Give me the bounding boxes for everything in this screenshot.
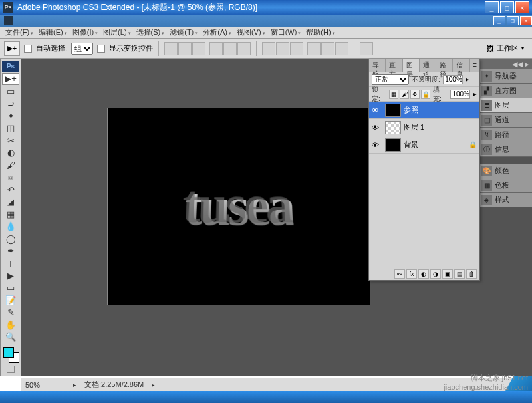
panel-menu-icon[interactable]: ≡	[470, 59, 479, 72]
link-layers-icon[interactable]: ⚯	[394, 269, 405, 279]
new-group-icon[interactable]: ▣	[442, 269, 453, 279]
eraser-tool[interactable]: ◢	[2, 196, 19, 207]
dodge-tool[interactable]: ◯	[2, 233, 19, 245]
layer-name[interactable]: 图层 1	[404, 122, 479, 132]
distribute-btn[interactable]	[307, 42, 321, 55]
menu-window[interactable]: 窗口(W)	[268, 27, 304, 37]
align-btn[interactable]	[192, 42, 205, 55]
doc-restore-button[interactable]: ❐	[507, 16, 519, 25]
arrange-btn[interactable]	[360, 42, 373, 55]
dock-layers[interactable]: ≣图层	[479, 98, 532, 113]
menu-help[interactable]: 帮助(H)	[303, 27, 337, 37]
zoom-arrow-icon[interactable]: ▸	[73, 382, 76, 388]
dock-color[interactable]: 🎨颜色	[479, 164, 532, 178]
dock-swatches[interactable]: ▦色板	[479, 178, 532, 193]
menu-filter[interactable]: 滤镜(T)	[167, 27, 200, 37]
align-btn[interactable]	[223, 42, 237, 55]
visibility-toggle[interactable]: 👁	[369, 119, 382, 136]
menu-layer[interactable]: 图层(L)	[100, 27, 133, 37]
path-select-tool[interactable]: ▶	[2, 269, 19, 281]
layer-thumbnail[interactable]	[385, 121, 401, 134]
dock-channels[interactable]: ◫通道	[479, 113, 532, 128]
dock-navigator[interactable]: ✦导航器	[479, 69, 532, 84]
doc-info[interactable]: 文档:2.25M/2.86M	[84, 380, 144, 390]
menu-view[interactable]: 视图(V)	[234, 27, 268, 37]
slice-tool[interactable]: ✂	[2, 134, 19, 146]
doc-info-arrow-icon[interactable]: ▸	[152, 382, 155, 388]
dock-collapse-bar[interactable]: ◀◀▸	[479, 59, 532, 69]
menu-select[interactable]: 选择(S)	[134, 27, 168, 37]
marquee-tool[interactable]: ▭	[2, 85, 19, 97]
menu-analysis[interactable]: 分析(A)	[200, 27, 234, 37]
lock-all-icon[interactable]: 🔒	[421, 90, 430, 99]
document-canvas[interactable]: tusea	[108, 108, 370, 305]
heal-tool[interactable]: ◐	[2, 147, 19, 159]
fill-arrow-icon[interactable]: ▸	[473, 90, 477, 98]
foreground-color-swatch[interactable]	[3, 347, 14, 358]
distribute-btn[interactable]	[290, 42, 303, 55]
lasso-tool[interactable]: ⊃	[2, 98, 19, 110]
tab-paths[interactable]: 路径	[436, 59, 453, 72]
dock-styles[interactable]: ◈样式	[479, 193, 532, 207]
layer-name[interactable]: 参照	[404, 105, 479, 115]
align-btn[interactable]	[209, 42, 223, 55]
crop-tool[interactable]: ◫	[2, 122, 19, 134]
layer-row[interactable]: 👁 背景 🔒	[369, 136, 479, 154]
lock-position-icon[interactable]: ✥	[410, 90, 420, 99]
pen-tool[interactable]: ✒	[2, 245, 19, 257]
move-tool[interactable]: ▶+	[2, 73, 19, 86]
color-swatches[interactable]	[2, 346, 19, 364]
visibility-toggle[interactable]: 👁	[369, 102, 382, 118]
eyedropper-tool[interactable]: ✎	[2, 307, 19, 319]
layer-mask-icon[interactable]: ◐	[418, 269, 429, 279]
doc-minimize-button[interactable]: _	[493, 16, 505, 25]
layer-name[interactable]: 背景	[404, 140, 469, 150]
menu-image[interactable]: 图像(I)	[70, 27, 100, 37]
maximize-button[interactable]: □	[500, 1, 514, 13]
visibility-toggle[interactable]: 👁	[369, 136, 382, 153]
notes-tool[interactable]: 📝	[2, 294, 19, 306]
stamp-tool[interactable]: ⧈	[2, 172, 19, 184]
menu-edit[interactable]: 编辑(E)	[36, 27, 70, 37]
close-button[interactable]: ✕	[515, 1, 529, 13]
windows-taskbar[interactable]	[0, 391, 532, 403]
layer-row[interactable]: 👁 图层 1	[369, 119, 479, 136]
brush-tool[interactable]: 🖌	[2, 159, 19, 171]
layer-row[interactable]: 👁 参照	[369, 102, 479, 119]
type-tool[interactable]: T	[2, 257, 19, 269]
menu-file[interactable]: 文件(F)	[3, 27, 36, 37]
doc-close-button[interactable]: ✕	[520, 16, 532, 25]
align-btn[interactable]	[178, 42, 192, 55]
minimize-button[interactable]: _	[485, 1, 499, 13]
tab-info[interactable]: 信息	[453, 59, 469, 72]
lock-transparency-icon[interactable]: ▦	[389, 90, 398, 99]
zoom-tool[interactable]: 🔍	[2, 331, 19, 343]
auto-select-checkbox[interactable]	[24, 45, 32, 53]
distribute-btn[interactable]	[335, 42, 348, 55]
quickmask-button[interactable]	[7, 366, 15, 373]
dock-histogram[interactable]: ▞直方图	[479, 84, 532, 98]
distribute-btn[interactable]	[321, 42, 334, 55]
lock-pixels-icon[interactable]: 🖌	[400, 90, 409, 99]
gradient-tool[interactable]: ▦	[2, 208, 19, 220]
auto-select-dropdown[interactable]: 组	[71, 43, 93, 55]
delete-layer-icon[interactable]: 🗑	[466, 269, 477, 279]
wand-tool[interactable]: ✦	[2, 110, 19, 122]
dock-info[interactable]: ⓘ信息	[479, 142, 532, 157]
tab-channels[interactable]: 通道	[420, 59, 436, 72]
history-brush-tool[interactable]: ↶	[2, 184, 19, 196]
opacity-input[interactable]	[443, 75, 463, 84]
hand-tool[interactable]: ✋	[2, 319, 19, 331]
shape-tool[interactable]: ▭	[2, 282, 19, 294]
opacity-arrow-icon[interactable]: ▸	[466, 75, 469, 84]
align-btn[interactable]	[164, 42, 178, 55]
blend-mode-dropdown[interactable]: 正常	[372, 74, 409, 85]
workspace-switcher[interactable]: 🖼 工作区	[483, 42, 528, 55]
layer-style-icon[interactable]: fx	[406, 269, 417, 279]
distribute-btn[interactable]	[276, 42, 289, 55]
zoom-field[interactable]: 50%	[25, 381, 65, 389]
distribute-btn[interactable]	[262, 42, 275, 55]
tab-layers[interactable]: 图层	[403, 59, 420, 72]
tab-histogram[interactable]: 直方	[386, 59, 402, 72]
layer-thumbnail[interactable]	[385, 104, 401, 117]
